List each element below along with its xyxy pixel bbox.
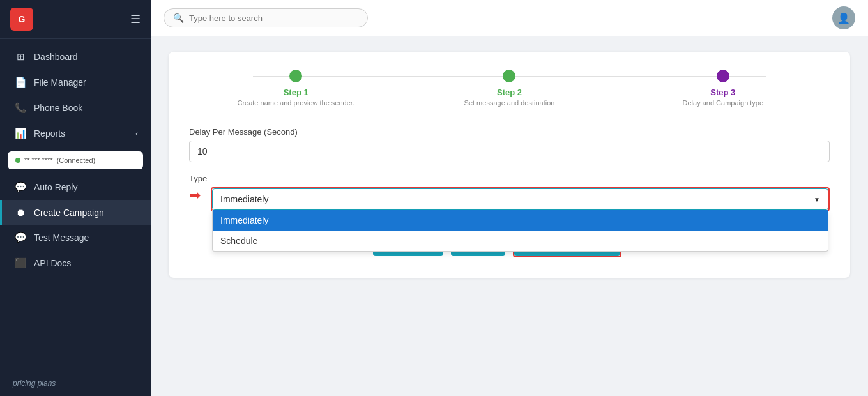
- type-label: Type: [189, 174, 830, 183]
- type-dropdown-display[interactable]: Immediately ▼: [212, 188, 828, 210]
- auto-reply-icon: 💬: [15, 181, 26, 193]
- pricing-plans-link[interactable]: pricing plans: [13, 379, 56, 388]
- step3-dot: [717, 70, 729, 82]
- sidebar-item-phone-book[interactable]: 📞 Phone Book: [0, 95, 151, 121]
- step1-title: Step 1: [284, 88, 308, 97]
- step1-desc: Create name and preview the sender.: [237, 99, 354, 107]
- type-dropdown-wrapper: Immediately ▼ Immediately Schedule: [212, 188, 828, 210]
- step3-desc: Delay and Campaign type: [683, 99, 764, 107]
- step-2: Step 2 Set message and destination: [402, 70, 616, 107]
- topbar: 🔍 👤: [151, 0, 868, 36]
- sidebar-item-reports[interactable]: 📊 Reports ‹: [0, 121, 151, 146]
- option-schedule[interactable]: Schedule: [213, 231, 828, 251]
- sidebar-item-api-docs[interactable]: ⬛ API Docs: [0, 250, 151, 276]
- sidebar-nav: ⊞ Dashboard 📄 File Manager 📞 Phone Book …: [0, 39, 151, 369]
- dropdown-chevron-icon: ▼: [814, 196, 820, 203]
- main-content: 🔍 👤 Step 1 Create name and preview the s…: [151, 0, 868, 396]
- sidebar-bottom: pricing plans: [0, 369, 151, 396]
- type-annotation-wrapper: ➡ Immediately ▼ Immediately Schedule: [189, 187, 830, 211]
- type-dropdown-highlight: Immediately ▼ Immediately Schedule: [211, 187, 830, 211]
- stepper: Step 1 Create name and preview the sende…: [189, 70, 830, 107]
- connected-badge: ** *** **** (Connected): [8, 151, 143, 169]
- step-1: Step 1 Create name and preview the sende…: [189, 70, 402, 107]
- type-dropdown-list: Immediately Schedule: [212, 210, 828, 252]
- sidebar-header: G ☰: [0, 0, 151, 39]
- reports-icon: 📊: [15, 128, 26, 139]
- file-manager-icon: 📄: [15, 77, 26, 88]
- delay-input[interactable]: [189, 141, 830, 162]
- sidebar-item-test-message[interactable]: 💬 Test Message: [0, 225, 151, 250]
- left-red-arrow: ➡: [189, 187, 201, 204]
- sidebar-item-dashboard[interactable]: ⊞ Dashboard: [0, 44, 151, 70]
- avatar-icon: 👤: [837, 12, 850, 24]
- delay-field-group: Delay Per Message (Second): [189, 127, 830, 162]
- sidebar-item-create-campaign[interactable]: ⏺ Create Campaign: [0, 200, 151, 225]
- reports-arrow: ‹: [135, 130, 138, 137]
- step1-dot: [289, 70, 302, 82]
- sidebar-item-auto-reply[interactable]: 💬 Auto Reply: [0, 174, 151, 200]
- step3-title: Step 3: [710, 88, 735, 97]
- hamburger-icon[interactable]: ☰: [130, 12, 141, 26]
- type-field-group: Type ➡ Immediately ▼ Immediately Sched: [189, 174, 830, 211]
- connected-dot: [15, 158, 20, 163]
- step2-desc: Set message and destination: [464, 99, 555, 107]
- page-area: Step 1 Create name and preview the sende…: [151, 36, 868, 396]
- search-input[interactable]: [189, 13, 358, 23]
- sidebar-item-file-manager[interactable]: 📄 File Manager: [0, 70, 151, 95]
- sidebar: G ☰ ⊞ Dashboard 📄 File Manager 📞 Phone B…: [0, 0, 151, 396]
- avatar: 👤: [832, 6, 855, 29]
- create-campaign-icon: ⏺: [15, 207, 26, 218]
- option-immediately[interactable]: Immediately: [213, 210, 828, 231]
- type-selected-value: Immediately: [220, 194, 268, 204]
- wizard-card: Step 1 Create name and preview the sende…: [169, 52, 850, 278]
- phone-book-icon: 📞: [15, 102, 26, 114]
- step2-title: Step 2: [497, 88, 522, 97]
- app-logo: G: [10, 8, 33, 31]
- step-3: Step 3 Delay and Campaign type: [616, 70, 830, 107]
- dashboard-icon: ⊞: [15, 51, 26, 63]
- search-icon: 🔍: [173, 13, 184, 23]
- test-message-icon: 💬: [15, 232, 26, 243]
- step2-dot: [503, 70, 515, 82]
- api-docs-icon: ⬛: [15, 257, 26, 269]
- delay-label: Delay Per Message (Second): [189, 127, 830, 137]
- search-box[interactable]: 🔍: [164, 8, 368, 27]
